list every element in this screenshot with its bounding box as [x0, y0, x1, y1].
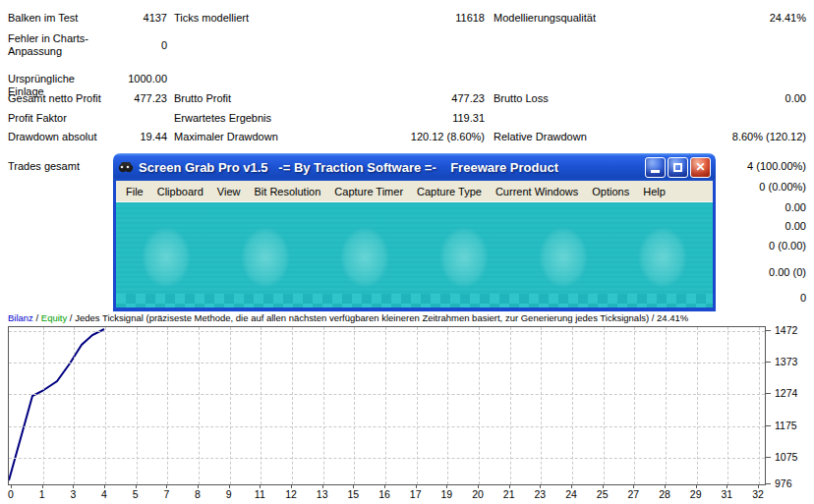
chart-x-label: 7	[153, 488, 179, 500]
report-value: 8.60% (120.12)	[659, 131, 806, 143]
balance-chart	[9, 327, 765, 484]
chart-vgridline	[261, 327, 262, 484]
legend-sep1: /	[33, 312, 41, 323]
chart-x-label: 5	[123, 488, 148, 500]
chart-x-label: 16	[372, 488, 397, 500]
chart-hgridline	[9, 363, 765, 364]
chart-vgridline	[759, 327, 760, 484]
chart-x-label: 3	[60, 488, 86, 500]
window-titlebar[interactable]: Screen Grab Pro v1.5 -= By Traction Soft…	[113, 153, 716, 181]
chart-y-label: 1274	[775, 387, 814, 399]
report-value: 11618	[354, 12, 485, 25]
chart-x-label: 8	[185, 488, 210, 500]
chart-y-tick	[766, 457, 771, 458]
chart-x-label: 9	[216, 488, 242, 500]
chart-y-label: 1175	[775, 420, 814, 431]
maximize-button[interactable]	[668, 157, 688, 178]
chart-x-label: 0	[0, 488, 24, 500]
report-label: Trades gesamt	[8, 160, 108, 173]
menu-options[interactable]: Options	[585, 186, 636, 197]
menu-file[interactable]: File	[119, 186, 150, 197]
chart-x-label: 29	[683, 488, 709, 500]
legend-description: Jedes Ticksignal (präziseste Methode, di…	[75, 312, 688, 323]
menu-capture-timer[interactable]: Capture Timer	[327, 186, 410, 197]
chart-vgridline	[137, 327, 138, 484]
chart-vgridline	[167, 327, 168, 484]
close-button[interactable]: ✕	[690, 157, 711, 178]
menu-capture-type[interactable]: Capture Type	[410, 186, 489, 197]
minimize-button[interactable]	[645, 157, 666, 178]
chart-hgridline	[9, 426, 765, 427]
close-icon: ✕	[695, 161, 705, 173]
screen-grab-pro-window[interactable]: Screen Grab Pro v1.5 -= By Traction Soft…	[113, 153, 716, 311]
menu-help[interactable]: Help	[636, 186, 672, 197]
chart-x-label: 27	[620, 488, 646, 500]
chart-vgridline	[354, 327, 355, 484]
chart-vgridline	[105, 327, 106, 484]
chart-x-label: 32	[745, 488, 771, 500]
checker-pattern	[116, 294, 713, 308]
report-value: 1000.00	[98, 73, 167, 85]
chart-x-label: 13	[310, 488, 335, 500]
chart-vgridline	[323, 327, 324, 484]
chart-y-label: 976	[775, 477, 814, 489]
chart-vgridline	[572, 327, 573, 484]
report-label: Profit Faktor	[8, 112, 108, 125]
report-label: Ticks modelliert	[174, 12, 361, 25]
window-client-area	[116, 202, 713, 308]
menu-view[interactable]: View	[210, 186, 248, 197]
chart-y-tick	[766, 483, 771, 484]
chart-y-label: 1373	[775, 356, 814, 367]
menu-clipboard[interactable]: Clipboard	[150, 186, 210, 197]
chart-legend: Bilanz / Equity / Jedes Ticksignal (präz…	[8, 312, 688, 323]
report-label: Brutto Profit	[174, 92, 361, 105]
binoculars-icon	[118, 159, 134, 175]
report-value: 4137	[98, 12, 167, 25]
chart-vgridline	[385, 327, 386, 484]
chart-vgridline	[697, 327, 698, 484]
chart-vgridline	[541, 327, 542, 484]
report-value: 0.00	[659, 92, 806, 105]
chart-y-label: 1472	[775, 324, 814, 336]
chart-x-label: 24	[558, 488, 584, 500]
maximize-icon	[673, 163, 682, 172]
report-label: Relative Drawdown	[494, 131, 656, 143]
chart-x-label: 20	[465, 488, 491, 500]
chart-hgridline	[9, 458, 765, 459]
plot-area	[8, 326, 766, 485]
chart-x-label: 28	[652, 488, 677, 500]
chart-vgridline	[604, 327, 605, 484]
minimize-icon	[651, 170, 660, 173]
report-label: Balken im Test	[8, 12, 108, 25]
report-value: 24.41%	[659, 12, 806, 25]
window-controls: ✕	[645, 157, 711, 178]
menu-bit-resolution[interactable]: Bit Resolution	[247, 186, 327, 197]
report-value: 119.31	[354, 112, 485, 125]
report-label: Erwartetes Ergebnis	[174, 112, 361, 125]
report-value: 477.23	[98, 92, 167, 105]
chart-hgridline	[9, 394, 765, 395]
legend-sep2: /	[67, 312, 75, 323]
chart-x-label: 21	[496, 488, 522, 500]
chart-x-label: 15	[340, 488, 366, 500]
legend-bilanz: Bilanz	[8, 312, 33, 323]
chart-x-label: 23	[527, 488, 552, 500]
report-label: Drawdown absolut	[8, 131, 108, 143]
chart-vgridline	[43, 327, 44, 484]
report-label: Modellierungsqualität	[494, 12, 656, 25]
backtest-report-page: Balken im Test4137Ticks modelliert11618M…	[0, 0, 814, 504]
chart-vgridline	[230, 327, 231, 484]
report-value: 477.23	[354, 92, 485, 105]
chart-x-label: 1	[29, 488, 55, 500]
chart-y-tick	[766, 393, 771, 394]
chart-y-tick	[766, 330, 771, 331]
chart-y-label: 1075	[775, 451, 814, 463]
chart-x-label: 25	[590, 488, 615, 500]
report-label: Brutto Loss	[494, 92, 656, 105]
menu-current-windows[interactable]: Current Windows	[489, 186, 585, 197]
chart-x-label: 19	[434, 488, 459, 500]
chart-vgridline	[292, 327, 293, 484]
chart-vgridline	[634, 327, 635, 484]
report-label: Gesamt netto Profit	[8, 92, 108, 105]
chart-hgridline	[9, 331, 765, 332]
